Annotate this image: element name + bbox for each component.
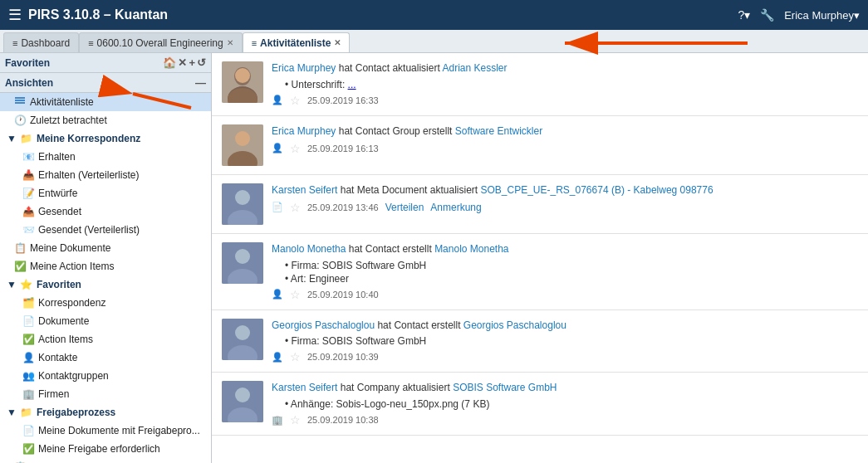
aktivitaetenliste-label: Aktivitätenliste <box>30 96 94 108</box>
main-area: Favoriten 🏠 ✕ + ↺ Ansichten — Aktivitäte… <box>0 53 868 463</box>
sidebar-item-gesendet[interactable]: 📤 Gesendet <box>0 202 211 221</box>
sidebar-item-gesendet-vl[interactable]: 📨 Gesendet (Verteilerlist) <box>0 221 211 239</box>
sidebar-item-docs-freigabe[interactable]: 📄 Meine Dokumente mit Freigabepro... <box>0 422 211 440</box>
sidebar-close-icon[interactable]: ✕ <box>178 56 187 69</box>
activity-actor-link-3[interactable]: Karsten Seifert <box>272 184 337 196</box>
svg-rect-0 <box>15 97 25 99</box>
app-header: ☰ PIRS 3.10.8 – Kuantan ?▾ 🔧 Erica Murph… <box>0 0 868 30</box>
fav-firmen-label: Firmen <box>38 388 69 400</box>
activity-actor-link-4[interactable]: Manolo Monetha <box>272 243 346 255</box>
freigabe-collapse-icon: ▼ <box>7 407 17 418</box>
sidebar-item-fav-kontakte[interactable]: 👤 Kontakte <box>0 348 211 367</box>
menu-icon[interactable]: ☰ <box>8 6 22 24</box>
tab-overall-engineering[interactable]: ≡ 0600.10 Overall Engineering ✕ <box>79 32 243 52</box>
unterschrift-link[interactable]: ... <box>348 79 356 90</box>
fav-action-icon: ✅ <box>22 333 35 346</box>
timestamp-3: 25.09.2019 13:46 <box>307 202 379 212</box>
sidebar-home-icon[interactable]: 🏠 <box>163 56 176 69</box>
freigabe-icon: 📁 <box>20 406 33 419</box>
doc-icon-3: 📄 <box>272 202 283 212</box>
svg-point-12 <box>235 190 250 205</box>
star-icon-2[interactable]: ☆ <box>290 142 301 155</box>
tab-aktivitaetenliste[interactable]: ≡ Aktivitätenliste ✕ <box>243 32 351 52</box>
korrespondenz-collapse-icon: ▼ <box>7 133 17 144</box>
freigabe-label: Freigabeprozess <box>37 407 115 418</box>
activity-target-link-2[interactable]: Software Entwickler <box>455 125 542 137</box>
sidebar-item-erhalten-vl[interactable]: 📥 Erhalten (Verteilerliste) <box>0 166 211 184</box>
sidebar-group-favoriten[interactable]: ▼ ⭐ Favoriten <box>0 275 211 294</box>
gesendet-vl-label: Gesendet (Verteilerlist) <box>38 224 140 236</box>
meine-docs-icon: 📋 <box>13 241 27 255</box>
activity-body-2: Erica Murphey hat Contact Group erstellt… <box>272 124 858 166</box>
activity-meta-5: 👤 ☆ 25.09.2019 10:39 <box>272 350 858 363</box>
star-icon-4[interactable]: ☆ <box>290 288 301 301</box>
activity-actor-link-6[interactable]: Karsten Seifert <box>272 382 337 393</box>
building-icon-6: 🏢 <box>272 415 283 426</box>
activity-avatar-1 <box>222 61 263 103</box>
star-icon-6[interactable]: ☆ <box>290 413 301 426</box>
freigabe-erf-icon: ✅ <box>22 442 35 456</box>
sidebar-item-aktivitaetenliste[interactable]: Aktivitätenliste <box>0 93 211 111</box>
sidebar-item-fav-dokumente[interactable]: 📄 Dokumente <box>0 312 211 330</box>
tab-dashboard[interactable]: ≡ Dashboard <box>3 32 79 52</box>
person-icon-2: 👤 <box>272 143 283 154</box>
docs-freigabe-label: Meine Dokumente mit Freigabepro... <box>38 425 200 436</box>
sidebar-item-fav-firmen[interactable]: 🏢 Firmen <box>0 385 211 403</box>
activity-item-6: Karsten Seifert hat Company aktualisiert… <box>212 373 868 436</box>
user-menu[interactable]: Erica Murphey▾ <box>784 9 860 22</box>
activity-action-4: hat Contact erstellt <box>349 243 434 255</box>
sidebar-group-korrespondenz[interactable]: ▼ 📁 Meine Korrespondenz <box>0 129 211 148</box>
activity-bullet-1: • Unterschrift: ... <box>285 79 858 90</box>
aktivitaetenliste-icon <box>13 95 27 109</box>
tab-oe-close[interactable]: ✕ <box>227 38 233 47</box>
tabbar: ≡ Dashboard ≡ 0600.10 Overall Engineerin… <box>0 30 868 53</box>
sidebar-add-icon[interactable]: + <box>189 56 195 69</box>
sidebar-item-fav-korrespondenz[interactable]: 🗂️ Korrespondenz <box>0 294 211 312</box>
sidebar-item-zuletzt[interactable]: 🕐 Zuletzt betrachtet <box>0 111 211 129</box>
activity-target-link-3[interactable]: SOB_CPE_UE-_RS_076674 (B) - Kabelweg 098… <box>480 184 713 196</box>
sidebar-item-meine-action-items[interactable]: ✅ Meine Action Items <box>0 257 211 275</box>
activity-actor-link-2[interactable]: Erica Murphey <box>272 125 336 137</box>
sidebar-item-fav-action-items[interactable]: ✅ Action Items <box>0 330 211 348</box>
activity-title-4: Manolo Monetha hat Contact erstellt Mano… <box>272 242 858 256</box>
verteilen-link[interactable]: Verteilen <box>385 202 424 213</box>
sidebar-ansichten-collapse[interactable]: — <box>195 76 206 89</box>
activity-target-link-4[interactable]: Manolo Monetha <box>434 243 508 255</box>
sidebar-group-freigabe[interactable]: ▼ 📁 Freigabeprozess <box>0 403 211 422</box>
sidebar-item-alle-korrespondenz[interactable]: 📋 Alle Korrespondenz <box>0 458 211 463</box>
star-icon-3[interactable]: ☆ <box>290 201 301 214</box>
app-title: PIRS 3.10.8 – Kuantan <box>28 7 731 22</box>
activity-item-1: Erica Murphey hat Contact aktualisiert A… <box>212 53 868 116</box>
activity-avatar-4 <box>222 242 263 284</box>
activity-target-link-6[interactable]: SOBIS Software GmbH <box>453 382 557 393</box>
fav-kontakte-label: Kontakte <box>38 352 77 363</box>
clock-icon: 🕐 <box>13 114 27 127</box>
timestamp-6: 25.09.2019 10:38 <box>307 415 379 425</box>
svg-rect-1 <box>15 100 25 101</box>
activity-target-link-5[interactable]: Georgios Paschaloglou <box>463 319 566 331</box>
star-icon-5[interactable]: ☆ <box>290 350 301 363</box>
activity-target-link-1[interactable]: Adrian Kessler <box>442 62 507 74</box>
activity-title-6: Karsten Seifert hat Company aktualisiert… <box>272 381 858 395</box>
tab-akt-close[interactable]: ✕ <box>334 38 341 47</box>
help-icon[interactable]: ?▾ <box>738 8 750 22</box>
favoriten-star-icon: ⭐ <box>20 278 33 291</box>
settings-icon[interactable]: 🔧 <box>760 8 774 22</box>
sidebar-item-meine-docs[interactable]: 📋 Meine Dokumente <box>0 239 211 257</box>
activity-actor-link-1[interactable]: Erica Murphey <box>272 62 336 74</box>
timestamp-1: 25.09.2019 16:33 <box>307 95 379 105</box>
sidebar-item-erhalten[interactable]: 📧 Erhalten <box>0 148 211 166</box>
sidebar-item-freigabe-erforderlich[interactable]: ✅ Meine Freigabe erforderlich <box>0 440 211 458</box>
star-icon-1[interactable]: ☆ <box>290 94 301 107</box>
activity-action-3: hat Meta Document aktualisiert <box>341 184 481 196</box>
activity-actor-link-5[interactable]: Georgios Paschaloglou <box>272 319 375 331</box>
sidebar-item-fav-kontaktgruppen[interactable]: 👥 Kontaktgruppen <box>0 367 211 385</box>
docs-freigabe-icon: 📄 <box>22 424 35 437</box>
activity-avatar-6 <box>222 381 263 422</box>
activity-bullet-5a: • Firma: SOBIS Software GmbH <box>285 335 858 347</box>
sidebar-refresh-icon[interactable]: ↺ <box>197 56 206 69</box>
anmerkung-link[interactable]: Anmerkung <box>430 202 481 213</box>
sidebar-item-entwuerfe[interactable]: 📝 Entwürfe <box>0 184 211 202</box>
activity-avatar-3 <box>222 183 263 225</box>
tab-akt-label: Aktivitätenliste <box>260 37 331 49</box>
